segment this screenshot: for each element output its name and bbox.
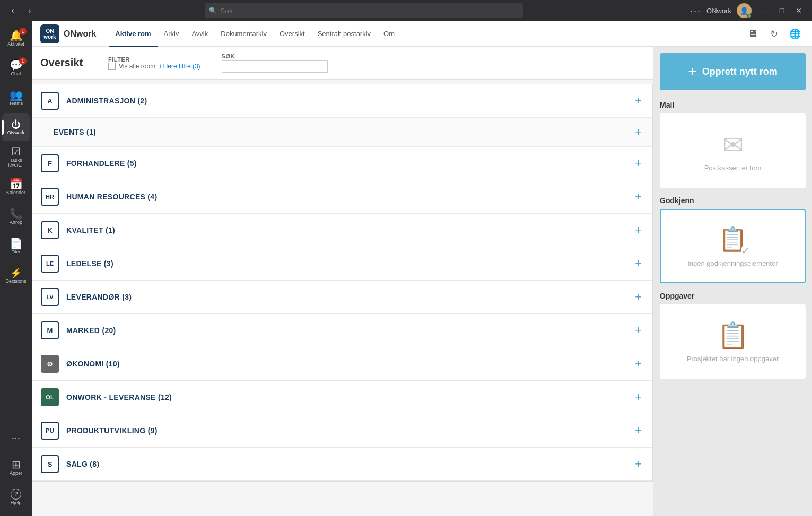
sidebar-item-onwork[interactable]: ⏻ ONwork bbox=[2, 113, 30, 141]
filter-checkbox[interactable] bbox=[108, 63, 116, 70]
sidebar-item-teams[interactable]: 👥 Teams bbox=[2, 84, 30, 111]
add-to-leverandor-button[interactable]: + bbox=[633, 290, 644, 304]
sidebar-item-filer[interactable]: 📄 Filer bbox=[2, 232, 30, 260]
nav-forward-button[interactable]: › bbox=[22, 3, 37, 18]
category-badge-k: K bbox=[41, 221, 59, 239]
mail-card: ✉ Postkassen er tom bbox=[660, 113, 806, 188]
checkmark-icon: ✓ bbox=[741, 244, 750, 257]
category-name-kvalitet: KVALITET (1) bbox=[66, 226, 633, 234]
godkjenn-section: Godkjenn 📋 ✓ Ingen godkjenningselementer bbox=[653, 192, 812, 287]
add-to-events-button[interactable]: + bbox=[633, 125, 644, 139]
table-row[interactable]: OL ONWORK - LEVERANSE (12) + bbox=[32, 381, 652, 414]
globe-icon-button[interactable]: 🌐 bbox=[787, 25, 804, 42]
filter-more-link[interactable]: +Flere filtre (3) bbox=[159, 63, 200, 70]
sidebar-item-hjelp[interactable]: ? Hjelp bbox=[2, 483, 30, 511]
add-to-marked-button[interactable]: + bbox=[633, 323, 644, 337]
nav-item-aktive-rom[interactable]: Aktive rom bbox=[109, 22, 157, 47]
list-area: Oversikt FILTER Vis alle room +Flere fil… bbox=[32, 47, 653, 516]
sidebar-label-decisions: Decisions bbox=[5, 279, 26, 284]
oversikt-header: Oversikt FILTER Vis alle room +Flere fil… bbox=[32, 47, 653, 80]
category-name-onwork-leveranse: ONWORK - LEVERANSE (12) bbox=[66, 393, 633, 401]
category-name-administrasjon: ADMINISTRASJON (2) bbox=[66, 97, 633, 105]
tasks-icon: ☑ bbox=[11, 146, 21, 157]
add-to-administrasjon-button[interactable]: + bbox=[633, 94, 644, 108]
global-search-input[interactable] bbox=[205, 3, 523, 18]
add-to-onwork-leveranse-button[interactable]: + bbox=[633, 390, 644, 404]
maximize-button[interactable]: □ bbox=[774, 3, 790, 18]
avatar[interactable]: 👤 bbox=[737, 3, 752, 18]
aktivitet-badge: 1 bbox=[19, 28, 27, 35]
titlebar-nav: ‹ › bbox=[5, 3, 37, 18]
category-list: A ADMINISTRASJON (2) + EVENTS (1) + F FO… bbox=[32, 84, 653, 482]
close-button[interactable]: ✕ bbox=[791, 3, 807, 18]
tasks-card-icon: 📋 bbox=[717, 321, 749, 351]
app-name-label: ONwork bbox=[64, 29, 96, 39]
sidebar-bottom: ··· ⊞ Apper ? Hjelp bbox=[2, 423, 30, 516]
sidebar-item-anrop[interactable]: 📞 Anrop bbox=[2, 203, 30, 230]
nav-back-button[interactable]: ‹ bbox=[5, 3, 20, 18]
monitor-icon-button[interactable]: 🖥 bbox=[744, 25, 761, 42]
add-to-forhandlere-button[interactable]: + bbox=[633, 156, 644, 170]
add-to-ledelse-button[interactable]: + bbox=[633, 257, 644, 270]
sidebar-item-chat[interactable]: 1 💬 Chat bbox=[2, 54, 30, 82]
sidebar-item-aktivitet[interactable]: 1 🔔 Aktivitet bbox=[2, 24, 30, 52]
right-panel: + Opprett nytt rom Mail ✉ Postkassen er … bbox=[653, 47, 812, 516]
category-badge-le: LE bbox=[41, 255, 59, 273]
table-row[interactable]: K KVALITET (1) + bbox=[32, 214, 652, 247]
oppgaver-section: Oppgaver 📋 Prosjektet har ingen oppgaver bbox=[653, 287, 812, 383]
godkjenn-section-title: Godkjenn bbox=[660, 196, 806, 205]
table-row[interactable]: F FORHANDLERE (5) + bbox=[32, 147, 652, 180]
create-new-room-button[interactable]: + Opprett nytt rom bbox=[660, 53, 806, 90]
add-to-salg-button[interactable]: + bbox=[633, 457, 644, 471]
filter-text: Vis alle room bbox=[119, 63, 155, 70]
nav-item-sentralt-postarkiv[interactable]: Sentralt postarkiv bbox=[311, 22, 377, 47]
sidebar-item-tasks[interactable]: ☑ Tasks levert... bbox=[2, 143, 30, 171]
table-row[interactable]: A ADMINISTRASJON (2) + bbox=[32, 84, 652, 118]
titlebar-search-area: 🔍 bbox=[205, 3, 523, 18]
refresh-icon-button[interactable]: ↻ bbox=[765, 25, 782, 42]
avatar-initials: 👤 bbox=[740, 7, 748, 15]
minimize-button[interactable]: ─ bbox=[757, 3, 773, 18]
table-row[interactable]: EVENTS (1) + bbox=[32, 118, 652, 147]
app-body: 1 🔔 Aktivitet 1 💬 Chat 👥 Teams ⏻ ONwork … bbox=[0, 21, 812, 516]
table-row[interactable]: M MARKED (20) + bbox=[32, 314, 652, 347]
category-name-okonomi: ØKONOMI (10) bbox=[66, 360, 633, 368]
category-badge-s: S bbox=[41, 455, 59, 473]
search-icon: 🔍 bbox=[209, 7, 217, 14]
sidebar-label-tasks: Tasks levert... bbox=[2, 158, 30, 168]
add-to-kvalitet-button[interactable]: + bbox=[633, 223, 644, 237]
oversikt-search-input[interactable] bbox=[222, 60, 328, 73]
category-name-salg: SALG (8) bbox=[66, 460, 633, 468]
sidebar-item-decisions[interactable]: ⚡ Decisions bbox=[2, 262, 30, 290]
more-options-button[interactable]: ··· bbox=[690, 5, 701, 16]
nav-item-om[interactable]: Om bbox=[377, 22, 401, 47]
filer-icon: 📄 bbox=[10, 238, 23, 249]
titlebar-right: ··· ONwork 👤 ─ □ ✕ bbox=[690, 3, 807, 18]
table-row[interactable]: LE LEDELSE (3) + bbox=[32, 247, 652, 281]
add-to-produktutvikling-button[interactable]: + bbox=[633, 424, 644, 438]
add-to-hr-button[interactable]: + bbox=[633, 190, 644, 204]
anrop-icon: 📞 bbox=[10, 208, 23, 219]
nav-item-arkiv[interactable]: Arkiv bbox=[158, 22, 186, 47]
table-row[interactable]: LV LEVERANDØR (3) + bbox=[32, 281, 652, 314]
category-name-forhandlere: FORHANDLERE (5) bbox=[66, 159, 633, 168]
table-row[interactable]: HR HUMAN RESOURCES (4) + bbox=[32, 180, 652, 214]
titlebar-left: ‹ › bbox=[5, 3, 37, 18]
nav-item-avvik[interactable]: Avvik bbox=[185, 22, 214, 47]
table-row[interactable]: S SALG (8) + bbox=[32, 448, 652, 481]
mail-section: Mail ✉ Postkassen er tom bbox=[653, 97, 812, 192]
sidebar-item-apper[interactable]: ⊞ Apper bbox=[2, 453, 30, 481]
oppgaver-section-title: Oppgaver bbox=[660, 292, 806, 300]
table-row[interactable]: Ø ØKONOMI (10) + bbox=[32, 347, 652, 381]
nav-item-dokumentarkiv[interactable]: Dokumentarkiv bbox=[214, 22, 273, 47]
sidebar-item-more[interactable]: ··· bbox=[2, 424, 30, 451]
category-name-marked: MARKED (20) bbox=[66, 326, 633, 335]
add-to-okonomi-button[interactable]: + bbox=[633, 357, 644, 371]
sidebar-item-kalender[interactable]: 📅 Kalender bbox=[2, 173, 30, 200]
sidebar: 1 🔔 Aktivitet 1 💬 Chat 👥 Teams ⏻ ONwork … bbox=[0, 21, 32, 516]
category-badge-f: F bbox=[41, 154, 59, 172]
nav-item-oversikt[interactable]: Oversikt bbox=[273, 22, 311, 47]
table-row[interactable]: PU PRODUKTUTVIKLING (9) + bbox=[32, 414, 652, 448]
category-badge-ol: OL bbox=[41, 388, 59, 406]
godkjenn-icon-wrap: 📋 ✓ bbox=[718, 225, 748, 255]
